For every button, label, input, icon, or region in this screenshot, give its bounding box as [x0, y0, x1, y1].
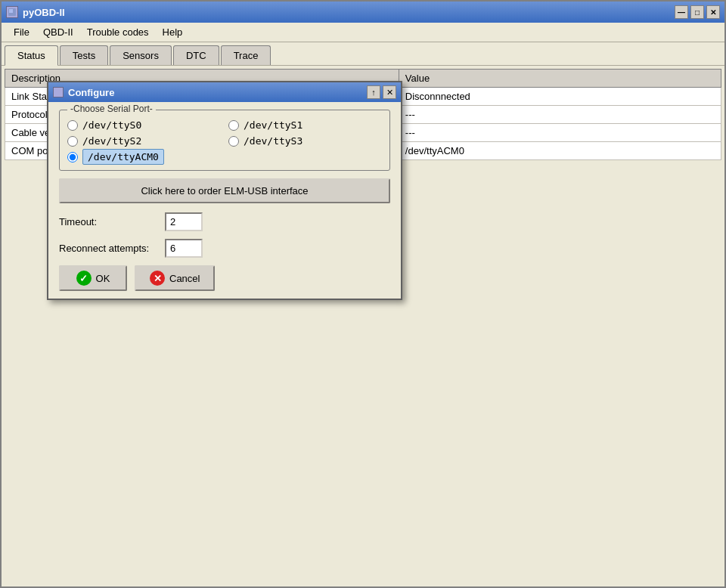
dialog-app-icon — [53, 87, 64, 97]
radio-ttys2: /dev/ttyS2 — [67, 135, 221, 147]
radio-ttyacm0: /dev/ttyACM0 — [67, 151, 382, 162]
dialog-close-button[interactable]: ✕ — [383, 85, 396, 99]
menu-qbd2[interactable]: QBD-II — [37, 25, 79, 39]
dialog-titlebar-buttons: ↑ ✕ — [367, 85, 396, 99]
menu-file[interactable]: File — [8, 25, 36, 39]
tab-tests[interactable]: Tests — [60, 45, 108, 65]
dialog-titlebar: Configure ↑ ✕ — [48, 82, 401, 102]
titlebar-buttons: — □ ✕ — [675, 5, 720, 19]
cancel-label: Cancel — [169, 273, 200, 284]
ok-button[interactable]: ✓ OK — [59, 265, 127, 291]
serial-port-groupbox: -Choose Serial Port- /dev/ttyS0 /dev/tty… — [59, 110, 390, 171]
titlebar: pyOBD-II — □ ✕ — [2, 2, 724, 23]
menubar: File QBD-II Trouble codes Help — [2, 23, 724, 42]
main-window: pyOBD-II — □ ✕ File QBD-II Trouble codes… — [0, 0, 726, 588]
titlebar-left: pyOBD-II — [6, 6, 65, 18]
dialog-titlebar-left: Configure — [53, 87, 114, 98]
radio-ttys2-input[interactable] — [67, 136, 78, 147]
ok-label: OK — [96, 273, 110, 284]
dialog-overlay: Configure ↑ ✕ -Choose Serial Port- — [2, 66, 724, 586]
tabbar: Status Tests Sensors DTC Trace — [2, 42, 724, 66]
tab-trace[interactable]: Trace — [221, 45, 271, 65]
serial-port-legend: -Choose Serial Port- — [67, 104, 156, 114]
tab-sensors[interactable]: Sensors — [110, 45, 172, 65]
close-button[interactable]: ✕ — [706, 5, 720, 19]
radio-ttys0-label[interactable]: /dev/ttyS0 — [82, 119, 141, 131]
timeout-row: Timeout: — [59, 212, 390, 231]
tab-status[interactable]: Status — [5, 45, 58, 66]
cancel-button[interactable]: ✕ Cancel — [135, 265, 215, 291]
radio-ttyacm0-input[interactable] — [67, 152, 78, 162]
minimize-button[interactable]: — — [675, 5, 688, 19]
maximize-button[interactable]: □ — [690, 5, 704, 19]
reconnect-label: Reconnect attempts: — [59, 243, 165, 254]
dialog-buttons: ✓ OK ✕ Cancel — [59, 265, 390, 291]
dialog-title: Configure — [68, 87, 114, 98]
radio-ttys3: /dev/ttyS3 — [228, 135, 382, 147]
radio-ttys3-label[interactable]: /dev/ttyS3 — [244, 135, 302, 147]
tab-dtc[interactable]: DTC — [173, 45, 219, 65]
configure-dialog: Configure ↑ ✕ -Choose Serial Port- — [47, 81, 402, 300]
window-title: pyOBD-II — [23, 7, 65, 18]
timeout-input[interactable] — [165, 212, 203, 231]
radio-ttys0: /dev/ttyS0 — [67, 119, 221, 131]
radio-ttyacm0-label[interactable]: /dev/ttyACM0 — [82, 151, 164, 162]
radio-ttys1-label[interactable]: /dev/ttyS1 — [244, 119, 302, 131]
dialog-up-button[interactable]: ↑ — [367, 85, 380, 99]
radio-grid: /dev/ttyS0 /dev/ttyS1 /dev/ttyS2 — [67, 116, 382, 162]
checkmark-icon: ✓ — [76, 271, 92, 286]
dialog-body: -Choose Serial Port- /dev/ttyS0 /dev/tty… — [48, 102, 401, 299]
radio-ttys3-input[interactable] — [228, 136, 239, 147]
radio-ttys1: /dev/ttyS1 — [228, 119, 382, 131]
elm-order-button[interactable]: Click here to order ELM-USB interface — [59, 178, 390, 203]
menu-trouble-codes[interactable]: Trouble codes — [81, 25, 155, 39]
radio-ttys2-label[interactable]: /dev/ttyS2 — [82, 135, 141, 147]
radio-ttys1-input[interactable] — [228, 120, 239, 131]
menu-help[interactable]: Help — [157, 25, 189, 39]
radio-ttyacm0-selected-label: /dev/ttyACM0 — [82, 149, 164, 165]
app-icon — [6, 6, 18, 18]
radio-ttys0-input[interactable] — [67, 120, 78, 131]
reconnect-row: Reconnect attempts: — [59, 239, 390, 258]
svg-rect-1 — [9, 9, 13, 13]
timeout-label: Timeout: — [59, 216, 165, 227]
x-circle-icon: ✕ — [150, 271, 165, 286]
content-area: Description Value Link State Disconnnect… — [2, 66, 724, 586]
reconnect-input[interactable] — [165, 239, 203, 258]
